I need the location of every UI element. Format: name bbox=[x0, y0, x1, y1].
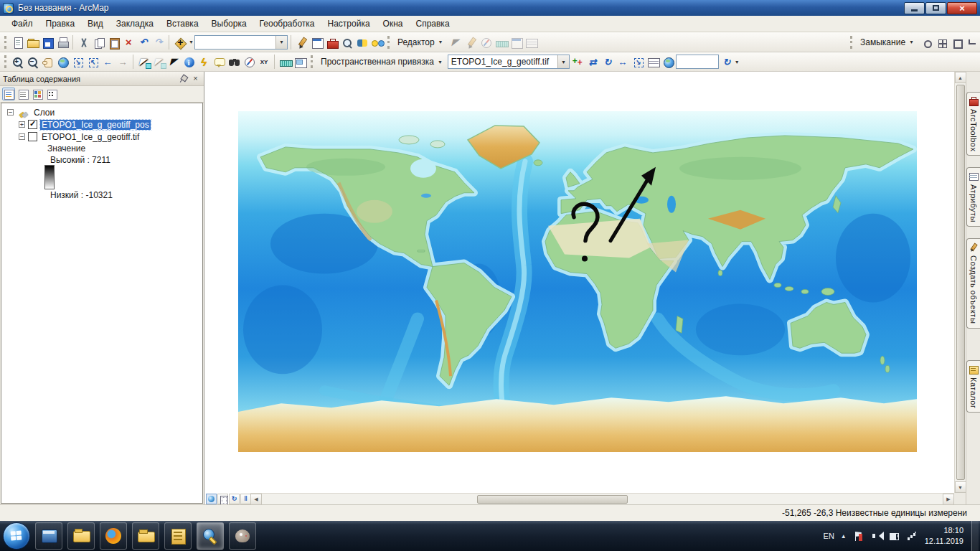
attributes-window-button[interactable] bbox=[509, 35, 523, 50]
menu-windows[interactable]: Окна bbox=[377, 17, 409, 31]
find-route-tool[interactable] bbox=[242, 55, 256, 69]
taskbar-arccatalog[interactable] bbox=[164, 522, 192, 550]
battery-icon[interactable] bbox=[889, 530, 900, 542]
scroll-left-icon[interactable]: ◀ bbox=[250, 494, 262, 505]
split-tool-button[interactable] bbox=[494, 35, 508, 50]
clock[interactable]: 18:10 12.11.2019 bbox=[925, 525, 963, 547]
paste-button[interactable] bbox=[106, 35, 121, 50]
tab-arctoolbox[interactable]: ArcToolbox bbox=[966, 92, 980, 156]
forward-extent-button[interactable]: → bbox=[116, 55, 130, 69]
rotation-angle-input[interactable] bbox=[676, 55, 719, 69]
toc-header[interactable]: Таблица содержания × bbox=[0, 72, 204, 86]
edge-snapping-button[interactable] bbox=[964, 35, 979, 50]
layer-name[interactable]: ETOPO1_Ice_g_geotiff.tif bbox=[40, 132, 141, 142]
world-map-image[interactable] bbox=[238, 111, 917, 452]
zoom-in-tool[interactable]: + bbox=[10, 55, 24, 69]
zoom-to-layer-button[interactable] bbox=[661, 55, 675, 69]
layers-root-row[interactable]: − Слои bbox=[1, 106, 202, 118]
view-link-table-button[interactable] bbox=[646, 55, 660, 69]
taskbar-gimp[interactable] bbox=[229, 522, 256, 550]
delete-button[interactable]: × bbox=[121, 35, 136, 50]
menu-view[interactable]: Вид bbox=[82, 17, 109, 31]
title-bar[interactable]: Без названия - ArcMap × bbox=[0, 0, 980, 16]
scroll-right-icon[interactable]: ▶ bbox=[943, 494, 954, 505]
start-button[interactable] bbox=[3, 522, 30, 550]
tab-create-features[interactable]: Создать объекты bbox=[966, 238, 980, 328]
georeferencing-layer-combo[interactable]: ETOPO1_Ice_g_geotiff.tif ▼ bbox=[448, 55, 570, 69]
taskbar-arcmap-active[interactable] bbox=[197, 522, 224, 550]
measure-tool[interactable] bbox=[278, 55, 292, 69]
map-vertical-scrollbar[interactable]: ▲ ▼ bbox=[954, 72, 966, 493]
menu-selection[interactable]: Выборка bbox=[206, 17, 253, 31]
toc-tree[interactable]: − Слои + ✓ ETOPO1_Ice_g_geotiff_pos − ✓ … bbox=[1, 103, 203, 504]
tab-catalog[interactable]: Каталог bbox=[966, 360, 980, 413]
pan-tool[interactable] bbox=[40, 55, 55, 69]
combo-arrow-icon[interactable]: ▼ bbox=[275, 36, 287, 49]
toolbar-grip[interactable] bbox=[387, 36, 390, 49]
show-desktop-button[interactable] bbox=[971, 521, 979, 551]
menu-file[interactable]: Файл bbox=[6, 17, 39, 31]
list-by-drawing-order-button[interactable] bbox=[2, 88, 15, 100]
arctoolbox-window-button[interactable] bbox=[324, 35, 339, 50]
edit-vertices-button[interactable] bbox=[479, 35, 493, 50]
minimize-button[interactable] bbox=[904, 2, 925, 14]
fixed-zoom-in-button[interactable]: ↘ bbox=[70, 55, 85, 69]
sketch-properties-button[interactable] bbox=[524, 35, 538, 50]
layer-row[interactable]: + ✓ ETOPO1_Ice_g_geotiff_pos bbox=[1, 118, 202, 131]
close-button[interactable]: × bbox=[947, 2, 977, 14]
rotate-raster-button[interactable]: ↻ bbox=[600, 55, 615, 69]
create-features-tool-button[interactable] bbox=[463, 35, 478, 50]
list-by-source-button[interactable] bbox=[17, 88, 29, 100]
volume-icon[interactable] bbox=[871, 530, 882, 542]
snapping-menu[interactable]: Замыкание ▼ bbox=[856, 36, 918, 49]
expand-icon[interactable]: + bbox=[19, 121, 25, 128]
map-scale-input[interactable] bbox=[195, 36, 275, 49]
end-snapping-button[interactable] bbox=[934, 35, 948, 50]
tab-attributes[interactable]: Атрибуты bbox=[966, 167, 980, 227]
toolbar-grip[interactable] bbox=[4, 55, 6, 68]
toc-close-button[interactable]: × bbox=[190, 74, 201, 84]
menu-customize[interactable]: Настройка bbox=[322, 17, 376, 31]
dropdown-arrow-icon[interactable]: ▼ bbox=[735, 60, 740, 65]
horizontal-scroll-track[interactable] bbox=[262, 495, 943, 504]
taskbar-folder[interactable] bbox=[132, 522, 159, 550]
viewer-window-button[interactable] bbox=[293, 55, 307, 69]
print-button[interactable] bbox=[55, 35, 70, 50]
language-indicator[interactable]: EN bbox=[824, 532, 834, 540]
menu-bookmark[interactable]: Закладка bbox=[110, 17, 159, 31]
search-window-button[interactable] bbox=[339, 35, 354, 50]
table-of-contents-window-button[interactable] bbox=[309, 35, 324, 50]
hyperlink-tool[interactable] bbox=[197, 55, 211, 69]
vertical-scroll-thumb[interactable] bbox=[956, 85, 965, 480]
add-data-dropdown-icon[interactable]: ▼ bbox=[189, 39, 194, 44]
pin-button[interactable] bbox=[177, 74, 188, 84]
map-horizontal-scrollbar[interactable]: ◀ ▶ bbox=[250, 493, 954, 504]
layout-view-button[interactable] bbox=[217, 494, 228, 504]
undo-button[interactable]: ↶ bbox=[136, 35, 151, 50]
action-center-icon[interactable] bbox=[853, 530, 864, 542]
refresh-view-button[interactable]: ↻ bbox=[229, 494, 240, 504]
back-extent-button[interactable]: ← bbox=[100, 55, 115, 69]
select-features-tool[interactable] bbox=[136, 55, 151, 69]
save-button[interactable] bbox=[40, 35, 55, 50]
editor-toolbar-toggle-button[interactable] bbox=[294, 35, 308, 50]
copy-button[interactable] bbox=[91, 35, 105, 50]
menu-help[interactable]: Справка bbox=[410, 17, 455, 31]
menu-geoprocessing[interactable]: Геообработка bbox=[254, 17, 321, 31]
combo-arrow-icon[interactable]: ▼ bbox=[557, 55, 569, 68]
maximize-button[interactable] bbox=[925, 2, 946, 14]
go-to-xy-tool[interactable]: XY bbox=[257, 55, 271, 69]
editor-menu[interactable]: Редактор ▼ bbox=[393, 36, 448, 49]
layer-row[interactable]: − ✓ ETOPO1_Ice_g_geotiff.tif bbox=[1, 131, 202, 143]
layers-root-label[interactable]: Слои bbox=[32, 108, 56, 118]
taskbar-firefox[interactable] bbox=[100, 522, 127, 550]
taskbar-media-player[interactable] bbox=[35, 522, 62, 550]
network-icon[interactable] bbox=[907, 530, 918, 542]
list-by-selection-button[interactable] bbox=[45, 88, 58, 100]
edit-tool-button[interactable] bbox=[448, 35, 463, 50]
select-elements-tool[interactable] bbox=[166, 55, 181, 69]
add-data-button[interactable] bbox=[172, 35, 188, 50]
cut-button[interactable] bbox=[76, 35, 90, 50]
scroll-up-icon[interactable]: ▲ bbox=[955, 72, 966, 83]
redo-button[interactable]: ↷ bbox=[151, 35, 166, 50]
